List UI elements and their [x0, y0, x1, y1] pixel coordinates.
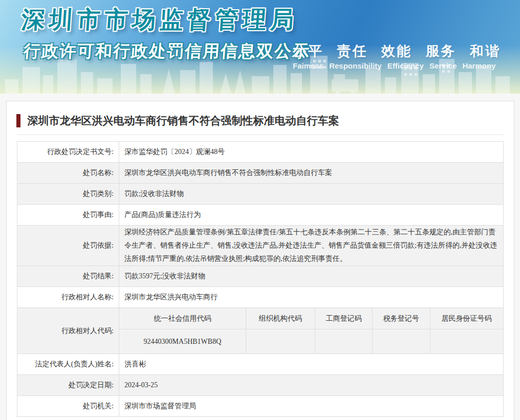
- slogan-english: Faimess Responsibility Efficiency Servic…: [293, 61, 501, 70]
- banner-slogan: 公平 责任 效能 服务 和谐 Faimess Responsibility Ef…: [293, 42, 501, 70]
- site-banner: 深圳市市场监督管理局 行政许可和行政处罚信用信息双公示 公平 责任 效能 服务 …: [0, 0, 520, 94]
- codes-value-cell: [373, 329, 430, 354]
- page-title: 深圳市龙华区洪兴电动车商行销售不符合强制性标准电动自行车案: [28, 114, 339, 128]
- case-detail-card: 深圳市龙华区洪兴电动车商行销售不符合强制性标准电动自行车案 行政处罚决定书文号:…: [6, 101, 514, 420]
- table-row-penalty-category: 处罚类别: 罚款;没收非法财物: [17, 184, 503, 205]
- agency-name-title: 深圳市市场监督管理局: [20, 4, 299, 36]
- table-row-party-codes: 行政相对人代码: 统一社会信用代码 组织机构代码 工商登记码 税务登记号 居民身…: [17, 308, 503, 354]
- codes-value-cell: 92440300MA5HB1WB8Q: [119, 329, 246, 354]
- table-row-penalty-basis: 处罚依据: 深圳经济特区产品质量管理条例/第五章法律责任/第五十七条违反本条例第…: [17, 226, 503, 266]
- codes-value-row: 92440300MA5HB1WB8Q: [119, 329, 503, 354]
- slogan-chinese: 公平 责任 效能 服务 和谐: [293, 42, 501, 60]
- row-label: 处罚结果:: [17, 266, 119, 287]
- table-row-legal-representative: 法定代表人(负责人)姓名: 洪喜彬: [17, 354, 503, 375]
- codes-header-cell: 居民身份证号码: [430, 308, 503, 329]
- row-label: 处罚名称:: [17, 163, 119, 184]
- row-label: 处罚类别:: [17, 184, 119, 205]
- row-label: 行政相对人代码:: [17, 308, 119, 354]
- table-row-penalty-authority: 处罚机关: 深圳市市场监督管理局: [17, 396, 503, 417]
- table-row-doc-number: 行政处罚决定书文号: 深市监华处罚〔2024〕观澜48号: [17, 142, 503, 163]
- row-label: 行政相对人名称:: [17, 287, 119, 308]
- row-label: 处罚机关:: [17, 396, 119, 417]
- codes-header-cell: 统一社会信用代码: [119, 308, 246, 329]
- party-codes-cell: 统一社会信用代码 组织机构代码 工商登记码 税务登记号 居民身份证号码 9244…: [119, 308, 504, 354]
- codes-header-cell: 税务登记号: [373, 308, 430, 329]
- codes-header-cell: 工商登记码: [315, 308, 372, 329]
- banner-subtitle: 行政许可和行政处罚信用信息双公示: [23, 40, 311, 63]
- row-value: 罚款3597元;没收非法财物: [119, 266, 504, 287]
- table-row-decision-date: 处罚决定日期: 2024-03-25: [17, 375, 503, 396]
- table-row-penalty-name: 处罚名称: 深圳市龙华区洪兴电动车商行销售不符合强制性标准电动自行车案: [17, 163, 503, 184]
- title-accent-bar: [16, 114, 20, 127]
- row-value: 深圳市龙华区洪兴电动车商行销售不符合强制性标准电动自行车案: [119, 163, 504, 184]
- row-value: 产品(商品)质量违法行为: [119, 205, 504, 226]
- codes-value-cell: [246, 329, 315, 354]
- table-row-party-name: 行政相对人名称: 深圳市龙华区洪兴电动车商行: [17, 287, 503, 308]
- row-label: 法定代表人(负责人)姓名:: [17, 354, 119, 375]
- row-value: 深圳市市场监督管理局: [119, 396, 504, 417]
- row-value: 深圳经济特区产品质量管理条例/第五章法律责任/第五十七条违反本条例第二十三条、第…: [119, 226, 504, 266]
- table-row-penalty-reason: 处罚事由: 产品(商品)质量违法行为: [17, 205, 503, 226]
- row-value: 洪喜彬: [119, 354, 504, 375]
- codes-header-cell: 组织机构代码: [246, 308, 315, 329]
- case-title-row: 深圳市龙华区洪兴电动车商行销售不符合强制性标准电动自行车案: [17, 101, 504, 135]
- codes-header-row: 统一社会信用代码 组织机构代码 工商登记码 税务登记号 居民身份证号码: [119, 308, 503, 329]
- row-label: 处罚事由:: [17, 205, 119, 226]
- codes-value-cell: [430, 329, 503, 354]
- codes-value-cell: [315, 329, 372, 354]
- penalty-info-table: 行政处罚决定书文号: 深市监华处罚〔2024〕观澜48号 处罚名称: 深圳市龙华…: [17, 141, 504, 417]
- row-value: 罚款;没收非法财物: [119, 184, 504, 205]
- row-label: 处罚决定日期:: [17, 375, 119, 396]
- content-area: 深圳市龙华区洪兴电动车商行销售不符合强制性标准电动自行车案 行政处罚决定书文号:…: [0, 94, 520, 420]
- row-value: 深圳市龙华区洪兴电动车商行: [119, 287, 504, 308]
- row-label: 处罚依据:: [17, 226, 119, 266]
- row-label: 行政处罚决定书文号:: [17, 142, 119, 163]
- row-value: 2024-03-25: [119, 375, 504, 396]
- party-codes-table: 统一社会信用代码 组织机构代码 工商登记码 税务登记号 居民身份证号码 9244…: [119, 308, 503, 353]
- row-value: 深市监华处罚〔2024〕观澜48号: [119, 142, 504, 163]
- table-row-penalty-result: 处罚结果: 罚款3597元;没收非法财物: [17, 266, 503, 287]
